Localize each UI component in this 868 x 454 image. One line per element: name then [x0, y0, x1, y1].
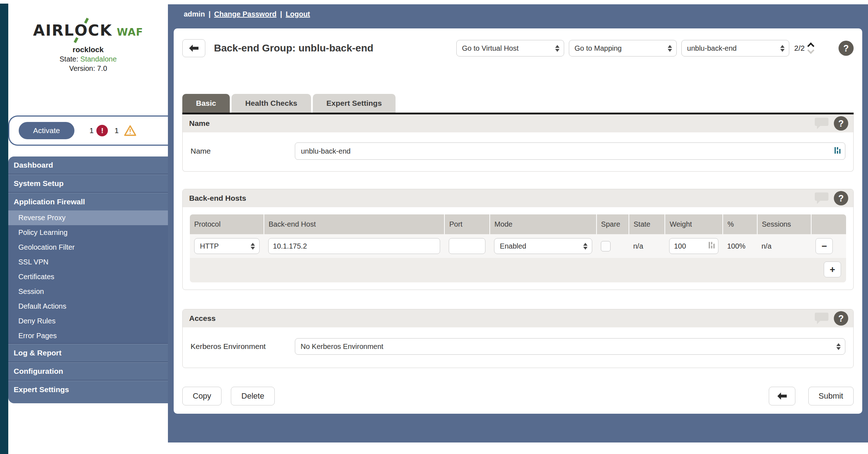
sidebar-item-default-actions[interactable]: Default Actions — [8, 299, 168, 314]
sidebar-item-ssl-vpn[interactable]: SSL VPN — [8, 255, 168, 269]
sidebar-item-reverse-proxy[interactable]: Reverse Proxy — [8, 210, 168, 225]
select-arrows-icon — [836, 343, 841, 350]
remove-host-button[interactable]: − — [816, 238, 833, 254]
sidebar-item-expert-settings[interactable]: Expert Settings — [8, 381, 168, 398]
select-arrows-icon — [668, 45, 672, 52]
sidebar-item-policy-learning[interactable]: Policy Learning — [8, 225, 168, 240]
sessions-value: n/a — [757, 234, 812, 258]
logo-o-accent: O — [74, 22, 88, 39]
backend-hosts-section: Back-end Hosts ? — [182, 189, 854, 290]
state-value: Standalone — [80, 55, 117, 63]
goto-virtual-host-select[interactable]: Go to Virtual Host — [456, 40, 564, 56]
back-button[interactable] — [182, 39, 205, 57]
state-value: n/a — [629, 234, 665, 258]
left-edge-bar — [0, 4, 8, 454]
section-title: Back-end Hosts — [189, 194, 246, 203]
name-section-header: Name ? — [183, 114, 853, 132]
change-password-link[interactable]: Change Password — [214, 10, 277, 18]
access-section: Access ? Kerberos Environment No Kerbero… — [182, 309, 854, 368]
sidebar-item-configuration[interactable]: Configuration — [8, 363, 168, 380]
comment-icon[interactable] — [814, 312, 829, 325]
page-title: Back-end Group: unblu-back-end — [214, 42, 373, 54]
pager-arrows — [808, 44, 813, 53]
comment-icon[interactable] — [814, 117, 829, 130]
mode-select[interactable]: Enabled — [494, 238, 592, 254]
sidebar-nav: Dashboard System Setup Application Firew… — [8, 156, 168, 403]
help-icon[interactable]: ? — [834, 311, 848, 326]
tab-basic[interactable]: Basic — [182, 94, 230, 113]
sidebar-item-deny-rules[interactable]: Deny Rules — [8, 314, 168, 328]
error-icon[interactable]: ! — [96, 125, 108, 136]
error-count: 1 — [90, 126, 94, 135]
airlock-logo: AIRLOCK WAF — [8, 22, 168, 39]
logo-text: AIRLOCK — [33, 22, 112, 39]
username: admin — [184, 10, 205, 18]
sidebar-item-geolocation-filter[interactable]: Geolocation Filter — [8, 240, 168, 255]
activation-badges: 1 ! 1 — [90, 125, 137, 136]
backend-host-input[interactable] — [268, 238, 440, 254]
content-card: Back-end Group: unblu-back-end Go to Vir… — [174, 28, 862, 414]
activate-button[interactable]: Activate — [19, 122, 74, 139]
table-row: HTTP Enabled — [190, 234, 846, 258]
sidebar: AIRLOCK WAF rocklock State: Standalone V… — [8, 4, 168, 403]
col-weight: Weight — [665, 214, 723, 234]
submit-button[interactable]: Submit — [808, 387, 854, 405]
pattern-bars-icon — [709, 241, 715, 251]
main-area: admin | Change Password | Logout Back-en… — [168, 4, 868, 442]
logo-waf-text: WAF — [117, 26, 143, 38]
access-section-header: Access ? — [183, 309, 853, 327]
backend-hosts-table: Protocol Back-end Host Port Mode Spare S… — [190, 214, 846, 282]
tab-health-checks[interactable]: Health Checks — [232, 94, 311, 113]
back-arrow-icon — [777, 392, 787, 400]
backend-group-select[interactable]: unblu-back-end — [681, 40, 789, 56]
col-backend-host: Back-end Host — [264, 214, 444, 234]
select-arrows-icon — [251, 243, 255, 250]
activation-panel: Activate 1 ! 1 — [8, 115, 168, 146]
pager-down-icon[interactable] — [807, 47, 814, 54]
sidebar-item-log-report[interactable]: Log & Report — [8, 344, 168, 362]
warning-icon[interactable] — [124, 125, 137, 136]
help-icon[interactable]: ? — [834, 191, 848, 205]
port-input[interactable] — [449, 238, 485, 254]
back-arrow-icon — [188, 44, 199, 53]
sidebar-item-session[interactable]: Session — [8, 284, 168, 299]
back-button-bottom[interactable] — [769, 387, 795, 405]
name-field-label: Name — [191, 147, 295, 155]
help-icon[interactable]: ? — [834, 116, 848, 131]
col-spare: Spare — [597, 214, 629, 234]
spare-checkbox[interactable] — [601, 241, 611, 251]
goto-mapping-select[interactable]: Go to Mapping — [569, 40, 677, 56]
state-line: State: Standalone — [8, 54, 168, 64]
add-host-row: + — [190, 258, 846, 282]
col-mode: Mode — [490, 214, 596, 234]
protocol-select[interactable]: HTTP — [194, 238, 260, 254]
col-sessions: Sessions — [757, 214, 812, 234]
topbar-separator: | — [280, 10, 282, 18]
tab-expert-settings[interactable]: Expert Settings — [313, 94, 396, 113]
sidebar-item-error-pages[interactable]: Error Pages — [8, 328, 168, 343]
table-header-row: Protocol Back-end Host Port Mode Spare S… — [190, 214, 846, 234]
col-actions — [811, 214, 846, 234]
warning-count: 1 — [114, 126, 119, 135]
kerberos-field-label: Kerberos Environment — [191, 342, 295, 351]
pattern-bars-icon — [835, 146, 841, 156]
col-port: Port — [444, 214, 490, 234]
name-input[interactable] — [295, 142, 845, 160]
logout-link[interactable]: Logout — [286, 10, 310, 18]
sidebar-item-application-firewall[interactable]: Application Firewall — [8, 193, 168, 210]
delete-button[interactable]: Delete — [231, 387, 275, 405]
name-section: Name ? Name — [182, 114, 854, 172]
sidebar-item-certificates[interactable]: Certificates — [8, 269, 168, 284]
comment-icon[interactable] — [814, 192, 829, 205]
kerberos-environment-select[interactable]: No Kerberos Environment — [295, 338, 845, 355]
sidebar-item-dashboard[interactable]: Dashboard — [8, 156, 168, 174]
add-host-button[interactable]: + — [824, 262, 841, 277]
copy-button[interactable]: Copy — [182, 387, 221, 405]
tab-bar: Basic Health Checks Expert Settings — [182, 94, 854, 113]
topbar: admin | Change Password | Logout — [168, 4, 868, 24]
section-title: Access — [189, 314, 216, 323]
select-arrows-icon — [583, 243, 588, 250]
sidebar-item-system-setup[interactable]: System Setup — [8, 175, 168, 192]
backend-hosts-section-header: Back-end Hosts ? — [183, 189, 853, 207]
help-icon[interactable]: ? — [839, 41, 854, 56]
